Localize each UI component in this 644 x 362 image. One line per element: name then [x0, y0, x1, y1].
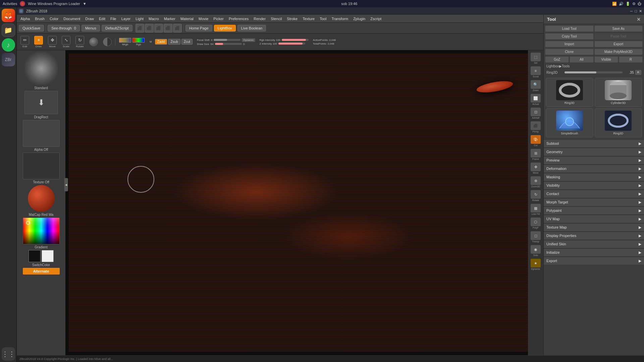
gradient-picker[interactable] [23, 218, 60, 244]
live-boolean-btn[interactable]: Live Boolean [237, 25, 266, 32]
menu-transform[interactable]: Transform [329, 16, 351, 21]
activities-label[interactable]: Activities [3, 2, 17, 6]
lightbox-btn[interactable]: LightBox [214, 25, 236, 32]
texture-swatch[interactable] [23, 153, 60, 179]
menu-stroke[interactable]: Stroke [284, 16, 300, 21]
morph-target-section[interactable]: Morph Target▶ [544, 198, 644, 206]
zbrush-icon[interactable]: ZBr [2, 53, 15, 66]
zsub-btn[interactable]: Zsub [168, 39, 180, 45]
scroll-icon-btn[interactable]: ≡ Scroll [529, 65, 542, 79]
files-icon[interactable]: 📁 [2, 23, 15, 37]
frame-icon-btn[interactable]: ⊞ Frame [529, 148, 542, 161]
menu-picker[interactable]: Picker [211, 16, 226, 21]
app-grid-icon[interactable]: ⋮⋮ [2, 347, 15, 361]
uv-map-section[interactable]: UV Map▶ [544, 215, 644, 223]
sel-icon-btn[interactable]: ⬚ Sel [529, 52, 542, 65]
brush-half-btn[interactable] [101, 37, 113, 47]
menu-brush[interactable]: Brush [33, 16, 47, 21]
save-as-btn[interactable]: Save As [594, 25, 643, 32]
menu-document[interactable]: Document [61, 16, 83, 21]
minimize-btn[interactable]: ─ [630, 9, 633, 13]
subtool-section[interactable]: Subtool▶ [544, 139, 644, 148]
dynamic-btn[interactable]: Dynamic [242, 38, 255, 42]
menu-light[interactable]: Light [133, 16, 146, 21]
tool-ring3d[interactable]: Ring3D [546, 78, 593, 107]
deformation-section[interactable]: Deformation▶ [544, 165, 644, 173]
masking-section[interactable]: Masking▶ [544, 173, 644, 181]
persp-icon-btn[interactable]: ⬛ Persp [529, 120, 542, 134]
solo-icon-btn[interactable]: ◉ Solo [529, 244, 542, 257]
menu-edit[interactable]: Edit [97, 16, 108, 21]
standard-brush-preview[interactable] [24, 52, 58, 85]
close-btn[interactable]: ✕ [639, 9, 642, 13]
r-btn[interactable]: R [619, 56, 643, 63]
visible-btn[interactable]: Visible [594, 56, 618, 63]
col-icon-btn[interactable]: 🎨 Col [529, 134, 542, 147]
rotate3d-icon-btn[interactable]: ↻ Rotate [529, 189, 542, 202]
icon-btn-1[interactable]: ⬛ [136, 24, 144, 33]
left-panel-collapse-btn[interactable]: ◀ [64, 178, 68, 191]
initialize-section[interactable]: Initialize▶ [544, 248, 644, 257]
tool-ring3d-2[interactable]: Ring3D [595, 108, 642, 137]
dropdown-arrow[interactable]: ▼ [83, 2, 87, 6]
menu-file[interactable]: File [108, 16, 119, 21]
actual-icon-btn[interactable]: ⬜ Actual [529, 93, 542, 106]
icon-btn-2[interactable]: ⬛ [145, 24, 154, 33]
menu-tool[interactable]: Tool [317, 16, 329, 21]
make-polymesh3d-btn[interactable]: Make PolyMesh3D [594, 49, 643, 55]
polypaint-section[interactable]: Polypaint▶ [544, 206, 644, 215]
menus-btn[interactable]: Menus [82, 25, 100, 32]
texture-map-section[interactable]: Texture Map▶ [544, 223, 644, 232]
menu-zplugin[interactable]: Zplugin [351, 16, 368, 21]
scale-tool-btn[interactable]: ⤡ Scale [60, 35, 72, 49]
copy-tool-btn[interactable]: Copy Tool [545, 33, 594, 40]
tool-simplebrush[interactable]: SimpleBrush [546, 108, 593, 137]
menu-zscript[interactable]: Zscript [368, 16, 384, 21]
draw-size-slider[interactable] [215, 43, 242, 45]
menu-render[interactable]: Render [251, 16, 268, 21]
z-intensity-slider[interactable] [278, 43, 305, 45]
menu-layer[interactable]: Layer [119, 16, 133, 21]
contact-section[interactable]: Contact▶ [544, 190, 644, 198]
ring3d-slider[interactable] [565, 71, 623, 73]
edit-tool-btn[interactable]: ✏ Edit [19, 35, 31, 49]
brush-circle-btn[interactable] [88, 37, 100, 47]
main-canvas[interactable] [65, 50, 543, 355]
firefox-icon[interactable]: 🦊 [2, 9, 15, 22]
menu-alpha[interactable]: Alpha [18, 16, 32, 21]
menu-movie[interactable]: Movie [196, 16, 211, 21]
maximize-btn[interactable]: □ [635, 9, 637, 13]
menu-marker[interactable]: Marker [162, 16, 178, 21]
spotify-icon[interactable]: ♪ [2, 38, 15, 52]
menu-color[interactable]: Color [47, 16, 61, 21]
transp-icon-btn[interactable]: ◻ Transp [529, 230, 542, 244]
goz-btn[interactable]: GoZ [545, 56, 569, 63]
rgb-intensity-slider[interactable] [282, 39, 309, 41]
default-zscript-btn[interactable]: DefaultZScript [102, 25, 132, 32]
line-fill-icon-btn[interactable]: ▦ Line Fill [529, 203, 542, 216]
alternate-button[interactable]: Alternate [23, 268, 60, 275]
aahalf-icon-btn[interactable]: ⊡ AAHalf [529, 107, 542, 120]
import-btn[interactable]: Import [545, 41, 594, 47]
move-tool-btn[interactable]: ✥ Move [46, 35, 58, 49]
export-section[interactable]: Export▶ [544, 257, 644, 265]
polyf-icon-btn[interactable]: ⬡ PolyF [529, 217, 542, 230]
white-color-swatch[interactable] [42, 250, 54, 262]
drag-rect-preview[interactable]: ⬇ [24, 91, 58, 114]
paste-tool-btn[interactable]: Paste Tool [594, 33, 643, 40]
focal-shift-slider[interactable] [214, 39, 240, 41]
unified-skin-section[interactable]: Unified Skin▶ [544, 240, 644, 248]
menu-draw[interactable]: Draw [83, 16, 96, 21]
zoom3d-icon-btn[interactable]: ⊕ Zoom3D [529, 175, 542, 189]
menu-macro[interactable]: Macro [146, 16, 161, 21]
dynamic-icon-btn[interactable]: ★ Dynamic [529, 258, 542, 271]
geometry-section[interactable]: Geometry▶ [544, 148, 644, 156]
preview-section[interactable]: Preview▶ [544, 156, 644, 165]
home-page-btn[interactable]: Home Page [185, 25, 212, 32]
quicksave-btn[interactable]: QuickSave [19, 25, 44, 32]
export-btn[interactable]: Export [594, 41, 643, 47]
zoom-icon-btn[interactable]: 🔍 Zoom [529, 79, 542, 93]
power-icon[interactable]: ⏻ [638, 2, 641, 6]
see-through-btn[interactable]: See-through 0 [48, 25, 80, 32]
display-properties-section[interactable]: Display Properties▶ [544, 232, 644, 240]
